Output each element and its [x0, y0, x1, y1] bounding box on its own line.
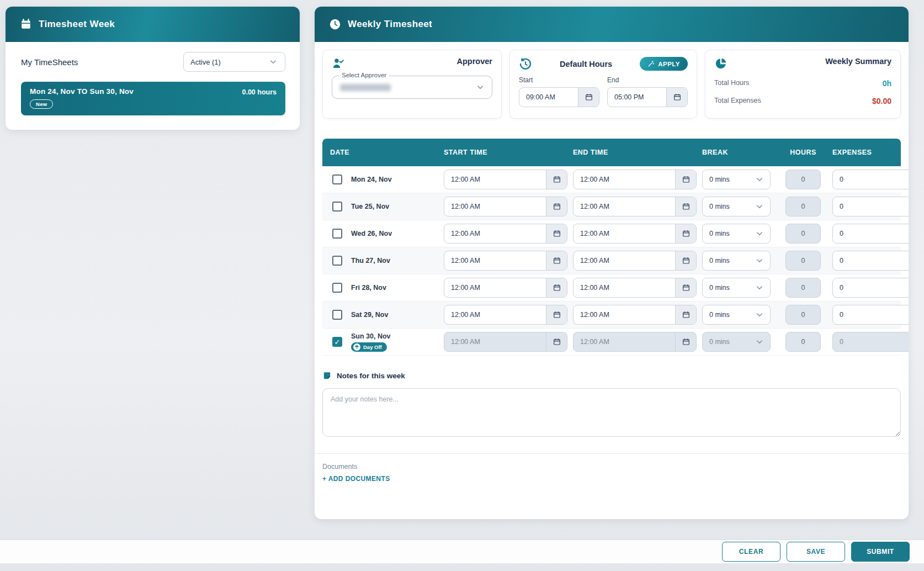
row-checkbox[interactable]: ✓	[332, 337, 342, 347]
timesheet-range: Mon 24, Nov TO Sun 30, Nov	[30, 87, 134, 96]
row-end-time-input[interactable]	[573, 278, 675, 297]
row-start-calendar-button[interactable]	[546, 278, 567, 297]
default-start-calendar-button[interactable]	[578, 88, 599, 107]
row-end-time-input[interactable]	[573, 170, 675, 189]
row-start-calendar-button[interactable]	[546, 224, 567, 243]
row-expenses-input[interactable]	[832, 170, 909, 189]
week-table: DATE START TIME END TIME BREAK HOURS EXP…	[322, 139, 901, 356]
chevron-down-icon	[755, 256, 764, 266]
calendar-picker-icon	[553, 175, 561, 184]
row-start-time-input[interactable]	[444, 224, 546, 243]
col-header-date: DATE	[330, 149, 438, 156]
row-start-time-input[interactable]	[444, 332, 546, 351]
calendar-picker-icon	[553, 256, 561, 265]
timesheet-filter-value: Active (1)	[190, 58, 221, 66]
row-end-time-input[interactable]	[573, 251, 675, 270]
timesheet-row: ✓ Sun 30, Nov Day Off	[322, 329, 901, 356]
timesheet-filter-select[interactable]: Active (1)	[183, 52, 285, 72]
row-expenses-input[interactable]	[832, 305, 909, 325]
row-checkbox[interactable]: ✓	[332, 229, 342, 239]
row-end-time-input[interactable]	[573, 224, 675, 243]
calendar-picker-icon	[585, 93, 593, 102]
approver-card: Approver Select Approver	[322, 50, 502, 119]
col-header-hours: HOURS	[779, 149, 827, 156]
row-end-time-input[interactable]	[573, 332, 675, 351]
calendar-picker-icon	[682, 175, 691, 184]
row-expenses-input[interactable]	[832, 224, 909, 244]
row-end-calendar-button[interactable]	[675, 305, 696, 324]
row-break-select[interactable]: 0 mins	[702, 170, 771, 189]
row-expenses-input[interactable]	[832, 197, 909, 216]
row-break-select[interactable]: 0 mins	[702, 197, 771, 216]
row-expenses-input[interactable]	[832, 332, 909, 352]
row-checkbox[interactable]: ✓	[332, 283, 342, 293]
timesheet-row: ✓ Thu 27, Nov	[322, 247, 901, 274]
row-start-calendar-button[interactable]	[546, 305, 567, 324]
row-date-label: Fri 28, Nov	[351, 284, 386, 292]
row-break-select[interactable]: 0 mins	[702, 224, 771, 244]
row-date-label: Sat 29, Nov	[351, 311, 388, 319]
documents-label: Documents	[322, 463, 901, 470]
calendar-picker-icon	[682, 283, 691, 292]
col-header-end-time: END TIME	[573, 149, 697, 156]
clear-button[interactable]: CLEAR	[722, 542, 780, 562]
timesheet-row: ✓ Fri 28, Nov	[322, 274, 901, 302]
row-end-calendar-button[interactable]	[675, 197, 696, 216]
row-start-calendar-button[interactable]	[546, 251, 567, 270]
calendar-picker-icon	[553, 337, 561, 346]
new-status-badge: New	[30, 99, 53, 109]
row-checkbox[interactable]: ✓	[332, 310, 342, 320]
row-break-select[interactable]: 0 mins	[702, 332, 771, 352]
row-end-calendar-button[interactable]	[675, 332, 696, 351]
timesheet-row: ✓ Sat 29, Nov	[322, 302, 901, 329]
row-break-value: 0 mins	[709, 257, 730, 265]
approver-select-label: Select Approver	[339, 72, 389, 78]
chevron-down-icon	[755, 283, 764, 293]
row-hours-input	[785, 170, 821, 189]
row-end-calendar-button[interactable]	[675, 224, 696, 243]
row-end-calendar-button[interactable]	[675, 170, 696, 189]
row-end-time-input[interactable]	[573, 305, 675, 324]
default-start-time-input[interactable]	[519, 88, 578, 107]
apply-default-hours-button[interactable]: APPLY	[640, 57, 688, 71]
row-end-calendar-button[interactable]	[675, 251, 696, 270]
row-start-calendar-button[interactable]	[546, 197, 567, 216]
row-start-calendar-button[interactable]	[546, 332, 567, 351]
week-table-header: DATE START TIME END TIME BREAK HOURS EXP…	[322, 139, 901, 166]
row-start-time-input[interactable]	[444, 197, 546, 216]
row-start-time-input[interactable]	[444, 170, 546, 189]
row-break-select[interactable]: 0 mins	[702, 305, 771, 325]
row-hours-input	[785, 224, 821, 244]
row-checkbox[interactable]: ✓	[332, 256, 342, 266]
row-checkbox[interactable]: ✓	[332, 202, 342, 212]
row-expenses-input[interactable]	[832, 278, 909, 298]
row-checkbox[interactable]: ✓	[332, 175, 342, 184]
footer-action-bar: CLEAR SAVE SUBMIT	[0, 540, 924, 563]
row-break-select[interactable]: 0 mins	[702, 278, 771, 298]
row-break-select[interactable]: 0 mins	[702, 251, 771, 271]
row-expenses-input[interactable]	[832, 251, 909, 271]
timesheet-week-card[interactable]: Mon 24, Nov TO Sun 30, Nov New 0.00 hour…	[21, 82, 285, 115]
calendar-picker-icon	[682, 256, 691, 265]
default-end-calendar-button[interactable]	[666, 88, 687, 107]
save-button[interactable]: SAVE	[787, 542, 845, 562]
magic-wand-icon	[647, 60, 655, 67]
check-icon: ✓	[334, 176, 341, 184]
row-end-time-input[interactable]	[573, 197, 675, 216]
approver-select[interactable]: Select Approver	[332, 76, 492, 99]
person-check-icon	[332, 57, 345, 70]
add-documents-link[interactable]: + ADD DOCUMENTS	[322, 475, 390, 483]
row-end-calendar-button[interactable]	[675, 278, 696, 297]
row-break-value: 0 mins	[709, 203, 730, 210]
row-start-calendar-button[interactable]	[546, 170, 567, 189]
notes-textarea[interactable]	[322, 388, 901, 437]
calendar-icon	[20, 18, 32, 30]
row-start-time-input[interactable]	[444, 305, 546, 324]
beach-umbrella-icon	[353, 343, 360, 351]
row-start-time-input[interactable]	[444, 278, 546, 297]
timesheet-row: ✓ Wed 26, Nov	[322, 220, 901, 247]
row-start-time-input[interactable]	[444, 251, 546, 270]
calendar-picker-icon	[673, 93, 682, 102]
default-end-time-input[interactable]	[608, 88, 666, 107]
submit-button[interactable]: SUBMIT	[851, 542, 910, 562]
